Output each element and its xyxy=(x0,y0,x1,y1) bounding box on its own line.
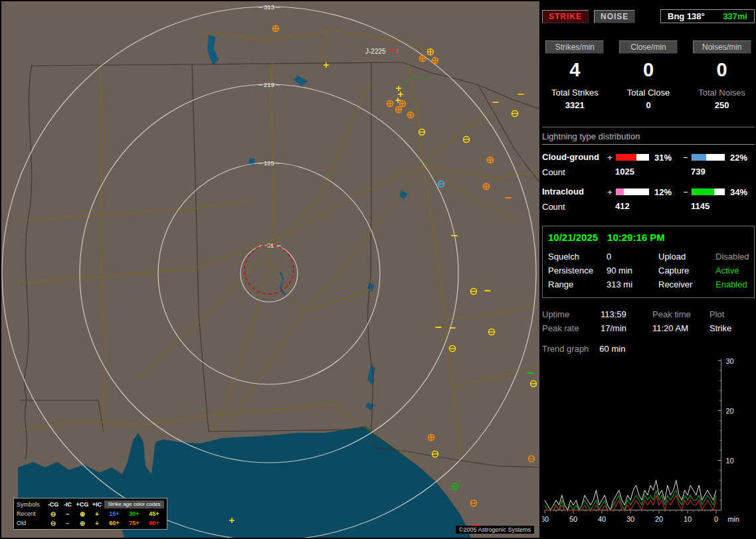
minus-sign: − xyxy=(680,153,691,163)
legend-title: Symbols xyxy=(17,501,46,508)
receiver-label: Receiver xyxy=(658,280,715,289)
legend-col-neg-cg: -CG xyxy=(46,501,60,508)
peak-rate-value: 17/min xyxy=(601,324,652,333)
time-value: 10:29:16 PM xyxy=(607,232,665,243)
map-canvas[interactable]: 31321912531J-22253 xyxy=(1,1,539,538)
settings-grid: Squelch 0 Upload Disabled Persistence 90… xyxy=(548,252,749,289)
trend-x-label: 10 xyxy=(684,515,692,523)
circle-plus-icon: ⊕ xyxy=(75,510,90,518)
noises-per-min-button[interactable]: Noises/min xyxy=(693,40,751,54)
noises-per-min-value: 0 xyxy=(689,54,755,86)
range-ring-label: 125 xyxy=(264,159,274,167)
bearing-value: Bng 138° xyxy=(668,11,705,21)
nexstorm-window: 31321912531J-22253 Symbols -CG -IC +CG +… xyxy=(0,0,756,539)
trend-x-label: 30 xyxy=(626,515,634,523)
trend-graph: 3020106050403020100min xyxy=(542,358,755,529)
bearing-readout: Bng 138° 337mi xyxy=(660,9,755,23)
close-column: Close/min 0 Total Close 0 xyxy=(616,40,682,114)
plot-mode-value: Strike xyxy=(709,324,755,333)
uptime-label: Uptime xyxy=(542,310,601,319)
storm-cell-label: J-2225 xyxy=(365,48,386,55)
storm-cell-count: 3 xyxy=(395,48,399,54)
cloud-ground-label: Cloud-ground xyxy=(542,150,605,165)
legend-old-label: Old xyxy=(17,520,46,526)
ic-negative-count: 1145 xyxy=(691,199,727,214)
capture-label: Capture xyxy=(658,266,715,275)
trend-graph-label: Trend graph xyxy=(542,344,589,354)
minus-sign: − xyxy=(680,187,691,197)
trend-x-label: 0 xyxy=(714,515,718,523)
date-value: 10/21/2025 xyxy=(548,232,598,243)
distribution-title: Lightning type distribution xyxy=(542,131,755,145)
ic-count-label: Count xyxy=(542,202,605,212)
legend-col-neg-ic: -IC xyxy=(60,501,75,508)
age-60: 60+ xyxy=(104,520,124,526)
total-strikes-label: Total Strikes xyxy=(542,86,608,100)
trend-y-label: 30 xyxy=(726,358,734,365)
peak-rate-label: Peak rate xyxy=(542,324,601,333)
legend-age-title: Strike age color codes xyxy=(104,501,164,508)
age-90: 90+ xyxy=(144,520,164,526)
persistence-value: 90 min xyxy=(607,266,658,275)
trend-series-cloud-ground xyxy=(545,495,716,510)
trend-x-unit: min xyxy=(727,515,739,523)
ic-positive-count: 412 xyxy=(615,199,651,214)
total-close-label: Total Close xyxy=(616,86,682,100)
ic-negative-pct: 34% xyxy=(727,187,755,197)
ic-positive-pct: 12% xyxy=(651,187,680,197)
peak-time-value: 11:20 AM xyxy=(652,324,709,333)
ic-positive-bar xyxy=(615,188,650,196)
total-noises-value: 250 xyxy=(689,100,755,114)
plus-icon: + xyxy=(90,510,104,518)
rate-counters: Strikes/min 4 Total Strikes 3321 Close/m… xyxy=(542,40,755,114)
intracloud-label: Intracloud xyxy=(542,185,605,199)
cg-positive-count: 1025 xyxy=(615,165,651,179)
legend-old-row: Old ⊖ − ⊕ + 60+ 75+ 90+ xyxy=(17,518,164,528)
copyright-label: ©2005 Astrogenic Systems xyxy=(456,526,534,534)
plus-icon: + xyxy=(90,520,104,527)
legend-header-row: Symbols -CG -IC +CG +IC Strike age color… xyxy=(17,500,164,509)
trend-graph-header: Trend graph 60 min xyxy=(542,344,755,354)
uptime-value: 113:59 xyxy=(601,310,652,319)
circle-plus-icon: ⊕ xyxy=(75,520,90,527)
close-per-min-value: 0 xyxy=(616,54,682,86)
legend-recent-label: Recent xyxy=(17,510,46,517)
lightning-distribution-section: Lightning type distribution Cloud-ground… xyxy=(542,127,755,214)
circle-minus-icon: ⊖ xyxy=(46,510,60,518)
strikes-per-min-button[interactable]: Strikes/min xyxy=(545,40,604,54)
upload-label: Upload xyxy=(658,252,715,262)
minus-icon: − xyxy=(60,510,75,518)
persistence-label: Persistence xyxy=(548,266,607,275)
status-panel: STRIKE NOISE Bng 138° 337mi Strikes/min … xyxy=(542,1,755,538)
strike-mode-button[interactable]: STRIKE xyxy=(542,10,589,23)
trend-y-label: 10 xyxy=(726,457,734,465)
map-legend: Symbols -CG -IC +CG +IC Strike age color… xyxy=(13,498,167,530)
trend-x-label: 50 xyxy=(569,515,577,523)
session-stats: Uptime 113:59 Peak time Plot Peak rate 1… xyxy=(542,310,755,333)
circle-minus-icon: ⊖ xyxy=(46,520,60,527)
plot-label: Plot xyxy=(709,310,755,319)
plus-sign: + xyxy=(605,187,615,197)
trend-x-label: 40 xyxy=(598,515,606,523)
plus-sign: + xyxy=(605,153,615,163)
close-per-min-button[interactable]: Close/min xyxy=(619,40,678,54)
cg-positive-bar xyxy=(615,153,650,161)
lightning-map[interactable]: 31321912531J-22253 Symbols -CG -IC +CG +… xyxy=(1,1,539,538)
upload-status: Disabled xyxy=(715,252,749,262)
noises-column: Noises/min 0 Total Noises 250 xyxy=(689,40,755,114)
squelch-value: 0 xyxy=(607,252,658,262)
receiver-status: Enabled xyxy=(715,280,749,289)
storm-cell-marker xyxy=(391,49,393,52)
cg-count-label: Count xyxy=(542,167,605,177)
range-ring-label: 219 xyxy=(264,81,274,88)
cg-positive-pct: 31% xyxy=(651,153,680,163)
peak-time-label: Peak time xyxy=(652,310,709,319)
legend-col-pos-ic: +IC xyxy=(90,501,104,508)
noise-mode-button[interactable]: NOISE xyxy=(594,10,635,23)
squelch-label: Squelch xyxy=(548,252,607,262)
age-30: 30+ xyxy=(124,510,144,517)
total-close-value: 0 xyxy=(616,100,682,114)
total-noises-label: Total Noises xyxy=(689,86,755,100)
trend-x-label: 20 xyxy=(655,515,663,523)
datetime-display: 10/21/2025 10:29:16 PM xyxy=(548,232,749,243)
